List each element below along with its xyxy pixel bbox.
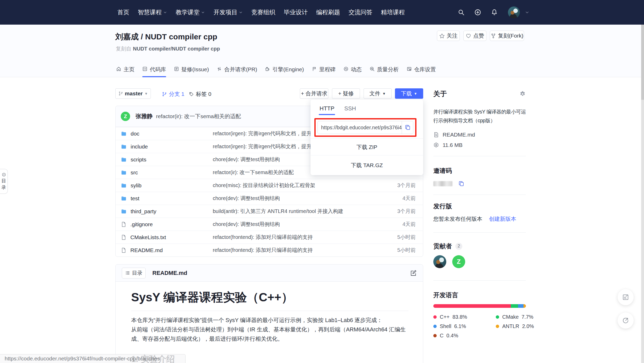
file-name-cell[interactable]: third_party (121, 208, 213, 215)
file-name-cell[interactable]: include (121, 144, 213, 150)
readme-card: 目录 README.md SysY 编译器课程实验（C++） 本仓库为“并行编译… (115, 264, 423, 363)
file-row[interactable]: test chore(dev): 调整test用例结构 4天前 (116, 192, 423, 205)
file-row[interactable]: CMakeLists.txt refactor(frontend): 添加对只编… (116, 231, 423, 244)
user-menu-chevron-icon[interactable] (525, 10, 529, 15)
download-tab-http[interactable]: HTTP (320, 105, 334, 115)
nav-item[interactable]: 竞赛组织 (251, 8, 275, 16)
chevron-down-icon (239, 10, 243, 15)
like-button[interactable]: 点赞 (463, 31, 486, 41)
package-icon (433, 142, 439, 148)
file-commit-message[interactable]: chore(dev): 调整test用例结构 (213, 221, 382, 228)
language-dot (496, 325, 499, 328)
readme-link-item[interactable]: README.md (433, 132, 526, 138)
search-icon[interactable] (458, 9, 465, 16)
tab-issues[interactable]: 疑修(Issue) (174, 62, 209, 77)
commit-message[interactable]: refactor(ir): 改一下sema相关的适配 (156, 113, 241, 120)
copy-url-button[interactable] (402, 121, 413, 134)
tab-activity[interactable]: 动态 (343, 62, 362, 77)
plus-circle-icon[interactable] (474, 9, 481, 16)
contributor-avatar-1[interactable] (433, 255, 446, 268)
nav-item[interactable]: 毕业设计 (284, 8, 308, 16)
nav-item-label: 智慧课程 (138, 8, 162, 16)
fork-label: 复刻(Fork) (498, 32, 523, 39)
new-issue-button[interactable]: + 疑修 (332, 88, 360, 99)
commit-author-name[interactable]: 张雅静 (136, 112, 153, 120)
nav-item-label: 精培课程 (381, 8, 405, 16)
file-row[interactable]: sylib chore(misc): 按目录结构设计初始化工程骨架 3个月前 (116, 179, 423, 192)
tab-settings[interactable]: 仓库设置 (407, 62, 436, 77)
nav-item[interactable]: 教学课堂 (176, 8, 205, 16)
file-name-cell[interactable]: doc (121, 131, 213, 137)
nav-item[interactable]: 精培课程 (381, 8, 405, 16)
nav-item[interactable]: 智慧课程 (138, 8, 167, 16)
file-name-cell[interactable]: scripts (121, 156, 213, 163)
tab-milestone[interactable]: 里程碑 (312, 62, 336, 77)
file-name-cell[interactable]: CMakeLists.txt (121, 234, 213, 240)
scrollbar-thumb[interactable] (641, 25, 644, 100)
nav-item[interactable]: 开发项目 (214, 8, 243, 16)
sidebar-divider-4 (433, 280, 526, 281)
file-name-cell[interactable]: .gitignore (121, 221, 213, 227)
nav-item[interactable]: 编程刷题 (316, 8, 340, 16)
file-commit-message[interactable]: refactor(frontend): 添加对只编译前端的支持 (213, 234, 382, 241)
gear-icon[interactable] (519, 91, 526, 97)
watch-button[interactable]: 关注 (437, 31, 460, 41)
language-legend-item: ANTLR 2.0% (496, 323, 534, 329)
folder-icon (121, 208, 127, 214)
tab-code[interactable]: 代码库 (142, 62, 166, 77)
language-dot (496, 315, 499, 319)
file-name-cell[interactable]: src (121, 169, 213, 176)
language-legend-item: C 0.4% (433, 333, 496, 339)
language-label: ANTLR 2.0% (502, 323, 534, 329)
tab-pull-requests[interactable]: 合并请求(PR) (217, 62, 257, 77)
file-name: doc (131, 131, 139, 137)
commit-author-avatar[interactable]: Z (121, 112, 130, 121)
file-name-cell[interactable]: README.md (121, 247, 213, 253)
nav-item[interactable]: 交流问答 (349, 8, 372, 16)
tab-home[interactable]: 主页 (116, 62, 135, 77)
contributor-avatar-2[interactable]: Z (452, 255, 465, 268)
clone-url-input[interactable]: https://bdgit.educoder.net/p9s376i4 (317, 121, 413, 134)
feedback-button[interactable] (618, 289, 634, 305)
bell-icon[interactable] (491, 9, 498, 16)
nav-item[interactable]: 首页 (117, 8, 129, 16)
download-tab-ssh[interactable]: SSH (344, 105, 356, 115)
activity-icon (343, 66, 349, 72)
edit-icon[interactable] (410, 270, 417, 276)
branches-stat[interactable]: 分支 1 (162, 90, 185, 98)
download-zip[interactable]: 下载 ZIP (310, 144, 423, 151)
file-row[interactable]: README.md refactor(frontend): 添加对只编译前端的支… (116, 244, 423, 257)
new-pr-button[interactable]: + 合并请求 (300, 88, 328, 99)
tags-stat[interactable]: 标签 0 (189, 90, 211, 98)
fork-button[interactable]: 复刻(Fork) (490, 31, 524, 41)
create-release-link[interactable]: 创建新版本 (489, 215, 516, 223)
nav-item-label: 开发项目 (214, 8, 237, 16)
pull-request-icon (217, 66, 222, 72)
download-button[interactable]: 下载▼ (395, 88, 423, 99)
branch-selector[interactable]: master ▼ (115, 88, 151, 99)
language-bar (433, 304, 526, 308)
tab-quality[interactable]: 质量分析 (370, 62, 399, 77)
files-button[interactable]: 文件▼ (364, 88, 392, 99)
download-targz[interactable]: 下载 TAR.GZ (310, 162, 423, 169)
user-avatar[interactable] (508, 6, 520, 18)
toc-button[interactable]: 目录 (122, 268, 146, 279)
repo-description: 并行编译课程实验 SysY 编译器的最小可运行示例和指导文档（cpp版） (433, 107, 526, 125)
file-commit-message[interactable]: chore(misc): 按目录结构设计初始化工程骨架 (213, 182, 382, 189)
file-name-cell[interactable]: sylib (121, 182, 213, 189)
sidebar-divider-2 (433, 195, 526, 195)
file-row[interactable]: .gitignore chore(dev): 调整test用例结构 4天前 (116, 218, 423, 231)
branch-caret-icon: ▼ (145, 92, 148, 96)
file-commit-message[interactable]: build(antlr): 引入第三方 ANTLR4 runtime/tool … (213, 208, 382, 215)
share-button[interactable] (618, 312, 634, 329)
file-commit-message[interactable]: chore(dev): 调整test用例结构 (213, 195, 382, 202)
nav-item-label: 毕业设计 (284, 8, 308, 16)
heart-icon (466, 33, 471, 39)
file-commit-message[interactable]: refactor(frontend): 添加对只编译前端的支持 (213, 247, 382, 254)
tab-engine[interactable]: 引擎(Engine) (265, 62, 304, 77)
file-name-cell[interactable]: test (121, 195, 213, 202)
file-row[interactable]: third_party build(antlr): 引入第三方 ANTLR4 r… (116, 205, 423, 218)
copy-icon[interactable] (458, 181, 464, 187)
fork-source-link[interactable]: NUDT compiler/NUDT compiler cpp (133, 46, 220, 52)
toc-side-tab[interactable]: 目 录 (0, 169, 8, 194)
